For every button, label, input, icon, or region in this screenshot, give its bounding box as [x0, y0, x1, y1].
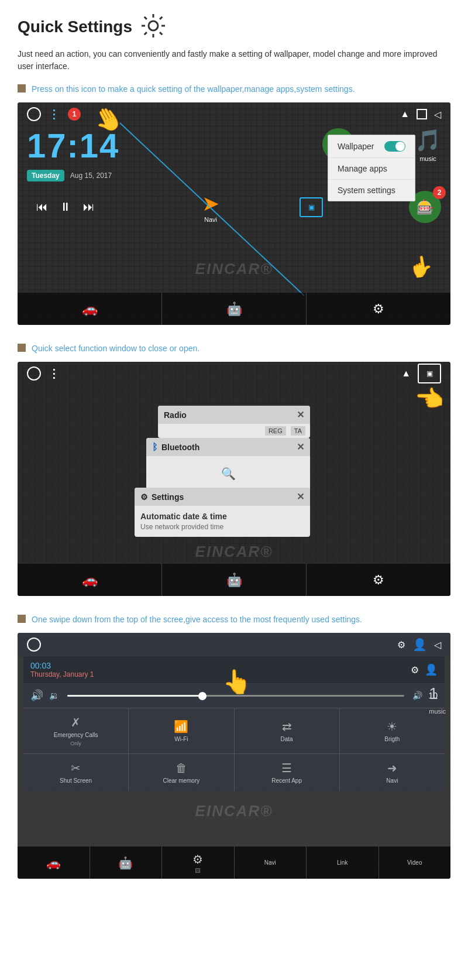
bluetooth-body: 🔍 [146, 456, 310, 491]
badge-2: 2 [433, 186, 446, 199]
dropdown-system-settings[interactable]: System settings [328, 180, 415, 201]
back-icon: ◁ [434, 109, 441, 120]
bluetooth-titlebar: ᛒ Bluetooth ✕ [146, 438, 310, 456]
qs-data-btn[interactable]: ⇄ Data [235, 708, 339, 753]
volume-down-icon[interactable]: 🔉 [49, 691, 59, 700]
bottom-tabs-1: 🚗 🤖 ⚙ [18, 293, 450, 325]
settings-window[interactable]: ⚙ Settings ✕ Automatic date & time Use n… [135, 488, 310, 537]
bluetooth-title-content: ᛒ Bluetooth [152, 442, 199, 453]
navi-app-item[interactable]: ➤ Navi [202, 191, 219, 223]
bottom-tab-car[interactable]: 🚗 [18, 293, 162, 325]
qs-shut-screen-btn[interactable]: ✂ Shut Screen [23, 754, 128, 791]
radio-window[interactable]: Radio ✕ REG TA [158, 406, 310, 438]
brightness-icon: ☀ [387, 719, 397, 734]
ss2-background: ⋮ ▲ ▣ 👉 Radio ✕ REG TA [18, 362, 450, 596]
reg-btn[interactable]: REG [265, 426, 286, 436]
bt3-link-tab[interactable]: Link [307, 847, 379, 879]
home-circle-icon-2[interactable] [27, 366, 41, 381]
page-subtitle: Just need an action, you can convenientl… [18, 48, 450, 73]
bottom-tab2-car[interactable]: 🚗 [18, 564, 162, 596]
bt3-video-label: Video [407, 859, 422, 866]
bt3-video-tab[interactable]: Video [379, 847, 451, 879]
qs-navi-btn[interactable]: ➜ Navi [340, 754, 445, 791]
settings-gear-icon: ⚙ [140, 492, 148, 502]
dropdown-menu[interactable]: Wallpaper Manage apps System settings [328, 135, 415, 201]
qs-user-icon[interactable]: 👤 [425, 663, 438, 676]
bottom-tabs-2: 🚗 🤖 ⚙ [18, 564, 450, 596]
clear-memory-label: Clear memory [163, 777, 199, 784]
screencast-app-item[interactable]: ▣ [300, 197, 323, 217]
home-circle-icon[interactable] [27, 107, 41, 121]
day-badge: Tuesday [27, 170, 64, 181]
pause-icon[interactable]: ⏸ [60, 200, 71, 214]
shut-screen-icon: ✂ [71, 761, 81, 775]
volume-speaker-icon[interactable]: 🔊 [30, 689, 43, 702]
clear-memory-icon: 🗑 [176, 762, 187, 775]
bt3-settings-icon: ⚙ [192, 852, 203, 866]
brightness-label: Brigth [384, 736, 400, 742]
dropdown-manage-apps[interactable]: Manage apps [328, 158, 415, 180]
bt3-settings-tab[interactable]: ⚙ [162, 847, 235, 879]
wifi-icon: 📶 [174, 719, 188, 734]
qs-settings-icon[interactable]: ⚙ [411, 664, 419, 676]
dropdown-wallpaper[interactable]: Wallpaper [328, 135, 415, 158]
qs-wifi-btn[interactable]: 📶 Wi-Fi [129, 708, 233, 753]
back-icon-3: ◁ [434, 639, 441, 650]
status-right-3: ⚙ 👤 ◁ [397, 638, 441, 652]
user-status-icon: 👤 [412, 638, 427, 652]
shut-screen-label: Shut Screen [60, 777, 92, 784]
screencast-icon-2[interactable]: ▣ [418, 364, 441, 383]
menu-dots-icon-2[interactable]: ⋮ [48, 366, 60, 381]
bottom-tab2-settings[interactable]: ⚙ [307, 564, 450, 596]
bottom-tab2-android[interactable]: 🤖 [162, 564, 307, 596]
radio-close-btn[interactable]: ✕ [297, 409, 304, 420]
status-bar-3: ⚙ 👤 ◁ [18, 633, 450, 656]
volume-slider-thumb [198, 692, 207, 700]
status-left-3 [27, 638, 41, 652]
music-app-icon[interactable]: 🎵 music [415, 128, 441, 170]
qs-time-date: 00:03 Thursday, January 1 [30, 661, 94, 679]
settings-tab-icon-2: ⚙ [373, 573, 384, 588]
wallpaper-toggle[interactable] [384, 141, 405, 152]
bottom-tab-settings[interactable]: ⚙ [307, 293, 450, 325]
gear-icon [139, 12, 167, 42]
settings-close-btn[interactable]: ✕ [297, 491, 304, 502]
bt3-android-icon: 🤖 [118, 856, 133, 870]
qs-clear-memory-btn[interactable]: 🗑 Clear memory [129, 754, 233, 791]
settings-titlebar: ⚙ Settings ✕ [135, 488, 310, 506]
radio-titlebar: Radio ✕ [158, 406, 310, 424]
bt3-navi-tab[interactable]: Navi [235, 847, 307, 879]
qs-header-icons: ⚙ 👤 [411, 663, 438, 676]
eincar-watermark-2: EINCAR® [195, 543, 273, 561]
hand-pointer-2: 👆 [407, 253, 435, 280]
bt3-car-tab[interactable]: 🚗 [18, 847, 90, 879]
radio-freq-bar: REG TA [158, 424, 310, 438]
status-right-2: ▲ ▣ [401, 364, 441, 383]
bluetooth-window[interactable]: ᛒ Bluetooth ✕ 🔍 [146, 438, 310, 491]
bluetooth-search-icon: 🔍 [221, 467, 236, 481]
settings-body-title: Automatic date & time [140, 512, 304, 521]
volume-up-icon[interactable]: 🔊 [412, 691, 422, 700]
bluetooth-close-btn[interactable]: ✕ [297, 441, 304, 453]
menu-dots-icon[interactable]: ⋮ [48, 108, 60, 120]
status-right-1: ▲ ◁ [400, 109, 441, 120]
qs-recent-app-btn[interactable]: ☰ Recent App [235, 754, 339, 791]
screenshot-2: ⋮ ▲ ▣ 👉 Radio ✕ REG TA [18, 362, 450, 596]
qs-emergency-btn[interactable]: ✗ Emergency Calls Only [23, 708, 128, 753]
status-left-1: ⋮ 1 [27, 107, 81, 121]
bt3-android-tab[interactable]: 🤖 [90, 847, 163, 879]
hand-pointer-3: 👉 [415, 385, 445, 413]
fast-forward-icon[interactable]: ⏭ [83, 200, 95, 214]
bullet-square-2 [18, 344, 26, 352]
navi-arrow-icon: ➤ [202, 191, 219, 216]
home-circle-icon-3[interactable] [27, 638, 41, 652]
screenshot-3: ⚙ 👤 ◁ 00:03 Thursday, January 1 ⚙ 👤 [18, 633, 450, 879]
android-tab-icon: 🤖 [226, 301, 242, 317]
rewind-icon[interactable]: ⏮ [36, 200, 48, 214]
square-icon [417, 109, 427, 119]
wifi-label: Wi-Fi [174, 736, 188, 742]
bt3-navi-label: Navi [264, 859, 276, 866]
ta-btn[interactable]: TA [291, 426, 305, 436]
bottom-tab-android[interactable]: 🤖 [162, 293, 307, 325]
bullet-square-1 [18, 84, 26, 92]
